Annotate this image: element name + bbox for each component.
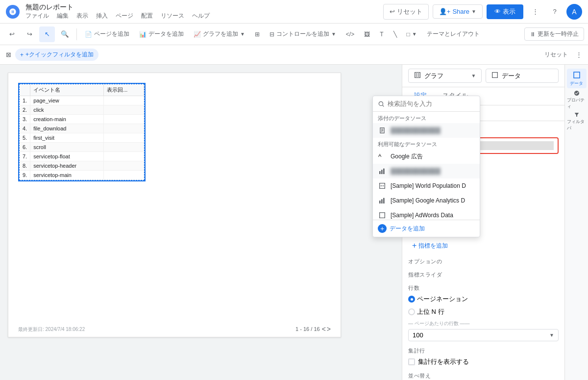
menu-edit[interactable]: 編集 bbox=[57, 12, 69, 20]
row-num: 1. bbox=[20, 96, 30, 105]
menu-view[interactable]: 表示 bbox=[76, 12, 88, 20]
add-data-dropdown-button[interactable]: + データを追加 bbox=[373, 220, 480, 237]
share-button[interactable]: 👤+ Share ▼ bbox=[433, 4, 483, 19]
show-total-row[interactable]: 集計行を表示する bbox=[408, 357, 559, 366]
menu-resource[interactable]: リソース bbox=[161, 12, 184, 20]
dropdown-item-bar2[interactable]: ████████████ bbox=[373, 164, 480, 178]
menu-arrange[interactable]: 配置 bbox=[141, 12, 153, 20]
app-logo bbox=[6, 5, 20, 19]
pagination-option[interactable]: ページネーション bbox=[408, 295, 468, 304]
add-graph-label: グラフを追加 bbox=[203, 30, 238, 38]
title-actions: ↩ リセット 👤+ Share ▼ 👁 表示 ⋮ ? A bbox=[383, 4, 582, 20]
separator-1 bbox=[76, 28, 77, 40]
topn-label: 上位 N 行 bbox=[417, 307, 444, 316]
dropdown-item-world-population[interactable]: [Sample] World Population D bbox=[373, 178, 480, 193]
data-icon: 📊 bbox=[139, 31, 147, 38]
row-num: 3. bbox=[20, 115, 30, 124]
app-title: 無題のレポート bbox=[25, 3, 377, 12]
dropdown-item-attached[interactable]: ████████████ bbox=[373, 123, 480, 138]
add-data-label: データを追加 bbox=[148, 30, 184, 38]
title-info: 無題のレポート ファイル 編集 表示 挿入 ページ 配置 リソース ヘルプ bbox=[25, 3, 377, 20]
add-page-button[interactable]: 📄 ページを追加 bbox=[81, 28, 133, 40]
dropdown-search-input[interactable] bbox=[388, 100, 475, 107]
combine-button[interactable]: ⊞ bbox=[251, 29, 264, 40]
menu-help[interactable]: ヘルプ bbox=[192, 12, 210, 20]
text-button[interactable]: T bbox=[376, 29, 387, 40]
row-num: 7. bbox=[20, 152, 30, 161]
row-view bbox=[104, 105, 144, 115]
reset-button[interactable]: ↩ リセット bbox=[383, 4, 429, 20]
stop-refresh-button[interactable]: ⏸ 更新を一時停止 bbox=[524, 27, 584, 41]
bar2-icon bbox=[378, 167, 387, 176]
menu-file[interactable]: ファイル bbox=[25, 12, 49, 20]
zoom-button[interactable]: 🔍 bbox=[57, 26, 73, 42]
data-selector-label: データ bbox=[502, 72, 521, 80]
add-filter-button[interactable]: + +クイックフィルタを追加 bbox=[15, 49, 98, 61]
add-metric-button[interactable]: + 指標を追加 bbox=[408, 239, 452, 252]
data-selector[interactable]: データ bbox=[486, 69, 559, 83]
dropdown-item-google-analytics[interactable]: [Sample] Google Analytics D bbox=[373, 193, 480, 208]
help-button[interactable]: ? bbox=[547, 4, 563, 20]
dropdown-item-google-ads[interactable]: A Google 広告 bbox=[373, 149, 480, 164]
side-icon-filter-label: フィルタパ bbox=[567, 119, 587, 131]
filter-more-button[interactable]: ⋮ bbox=[576, 51, 582, 58]
next-page-button[interactable]: > bbox=[327, 325, 331, 333]
bar2-label: ████████████ bbox=[391, 168, 441, 175]
page-icon: 📄 bbox=[85, 31, 92, 38]
side-icon-data[interactable]: データ bbox=[567, 69, 587, 88]
side-icon-data-label: データ bbox=[570, 80, 583, 87]
svg-rect-8 bbox=[383, 198, 385, 203]
side-icons: データ プロパティ フィルタパ bbox=[564, 65, 588, 380]
svg-rect-5 bbox=[383, 169, 385, 174]
filter-icon: ⊠ bbox=[6, 51, 11, 58]
rows-per-page-section: — ページあたりの行数 —— 100 ▼ bbox=[408, 320, 559, 341]
options-label: オプションの bbox=[408, 258, 559, 265]
user-avatar[interactable]: A bbox=[566, 4, 582, 20]
image-icon: 🖼 bbox=[364, 31, 370, 38]
options-section: オプションの bbox=[408, 258, 559, 265]
line-button[interactable]: ╲ bbox=[390, 29, 401, 40]
add-data-dropdown-label: データを追加 bbox=[390, 225, 425, 233]
graph-selector[interactable]: グラフ ▼ bbox=[408, 69, 482, 83]
adwords-label: [Sample] AdWords Data bbox=[391, 212, 453, 219]
add-control-button[interactable]: ⊟ コントロールを追加 ▼ bbox=[266, 28, 340, 40]
svg-rect-6 bbox=[379, 201, 381, 203]
more-options-button[interactable]: ⋮ bbox=[527, 4, 543, 20]
shape-button[interactable]: □ ▼ bbox=[403, 29, 421, 40]
combine-icon: ⊞ bbox=[255, 31, 260, 38]
svg-text:A: A bbox=[378, 153, 382, 158]
dropdown-search-icon bbox=[378, 101, 385, 107]
row-event: click bbox=[30, 105, 104, 115]
row-view bbox=[104, 152, 144, 161]
image-button[interactable]: 🖼 bbox=[360, 29, 374, 40]
table-widget[interactable]: イベント名 表示回... 1. page_view 2. click 3. cr… bbox=[18, 83, 146, 181]
add-metric-icon: + bbox=[412, 241, 416, 250]
dropdown-list: 添付のデータソース ████████████ 利用可能なデータソース A Goo… bbox=[373, 112, 480, 220]
canvas-area: イベント名 表示回... 1. page_view 2. click 3. cr… bbox=[0, 65, 402, 380]
filter-reset-button[interactable]: リセット bbox=[540, 49, 572, 61]
menu-page[interactable]: ページ bbox=[116, 12, 133, 20]
toolbar: ↩ ↪ ↖ 🔍 📄 ページを追加 📊 データを追加 📈 グラフを追加 ▼ ⊞ ⊟… bbox=[0, 24, 588, 45]
side-icon-filter[interactable]: フィルタパ bbox=[567, 112, 587, 131]
google-ads-label: Google 広告 bbox=[391, 152, 423, 161]
side-icon-property[interactable]: プロパティ bbox=[567, 90, 587, 110]
prev-page-button[interactable]: < bbox=[322, 325, 326, 333]
select-button[interactable]: ↖ bbox=[39, 26, 55, 42]
theme-button[interactable]: テーマとレイアウト bbox=[423, 28, 484, 40]
menu-insert[interactable]: 挿入 bbox=[96, 12, 108, 20]
pagination-info: 1 - 16 / 16 < > bbox=[295, 325, 331, 333]
row-num: 9. bbox=[20, 171, 30, 180]
dropdown-item-adwords[interactable]: [Sample] AdWords Data bbox=[373, 208, 480, 220]
total-row-section: 集計行 集計行を表示する bbox=[408, 347, 559, 366]
share-icon: 👤+ bbox=[439, 8, 451, 15]
add-data-button[interactable]: 📊 データを追加 bbox=[135, 28, 188, 40]
add-graph-button[interactable]: 📈 グラフを追加 ▼ bbox=[190, 28, 249, 40]
topn-option[interactable]: 上位 N 行 bbox=[408, 307, 444, 316]
undo-button[interactable]: ↩ bbox=[4, 26, 20, 42]
svg-line-1 bbox=[383, 105, 384, 106]
view-button[interactable]: 👁 表示 bbox=[487, 4, 523, 19]
code-button[interactable]: </> bbox=[342, 29, 358, 40]
redo-button[interactable]: ↪ bbox=[22, 26, 37, 42]
add-control-label: コントロールを追加 bbox=[276, 30, 329, 38]
rows-per-page-selector[interactable]: 100 ▼ bbox=[408, 329, 559, 341]
